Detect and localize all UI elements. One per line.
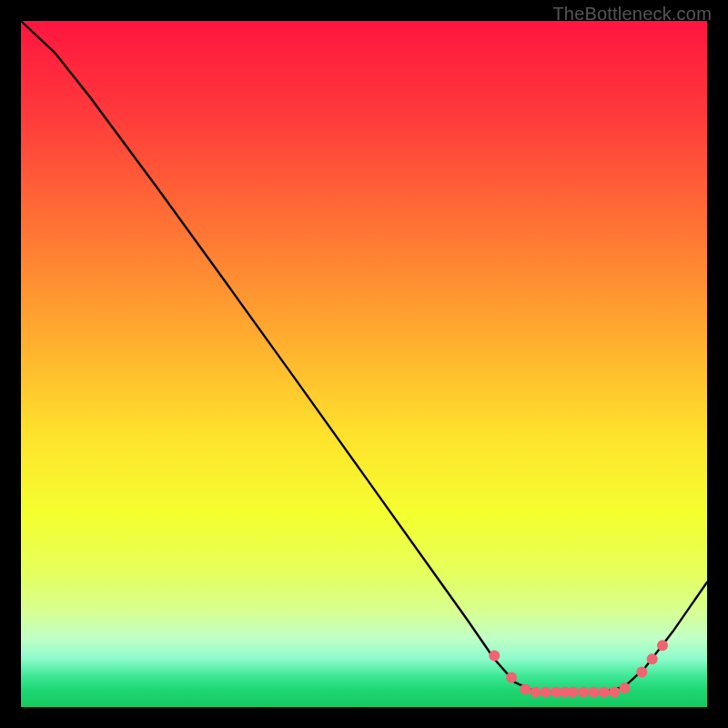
attribution-text: TheBottleneck.com — [552, 4, 712, 25]
chart-container: TheBottleneck.com — [0, 0, 728, 728]
highlight-dot — [609, 686, 620, 697]
chart-svg — [0, 0, 728, 728]
highlight-dot — [636, 667, 647, 678]
highlight-dot — [578, 686, 589, 697]
highlight-dot — [589, 686, 600, 697]
highlight-dot — [568, 686, 579, 697]
highlight-dot — [520, 683, 531, 694]
highlight-dot — [506, 672, 517, 683]
highlight-dot — [541, 686, 551, 697]
highlight-dot — [599, 686, 610, 697]
highlight-dot — [531, 686, 541, 697]
highlight-dot — [489, 650, 500, 661]
highlight-dot — [647, 653, 658, 664]
highlight-dot — [657, 640, 668, 651]
highlight-dot — [620, 682, 631, 693]
chart-background — [21, 21, 707, 707]
